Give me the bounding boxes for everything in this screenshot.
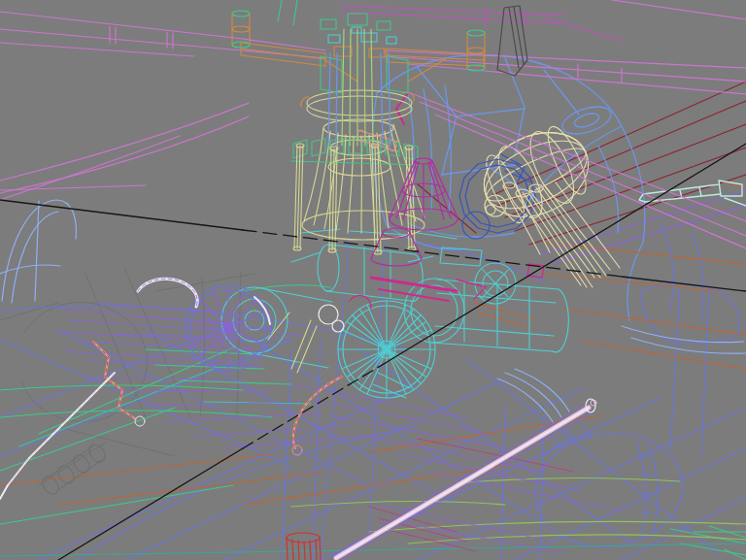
wireframe-scene (0, 0, 746, 560)
viewport-3d[interactable] (0, 0, 746, 560)
cooling-fan (338, 301, 435, 398)
